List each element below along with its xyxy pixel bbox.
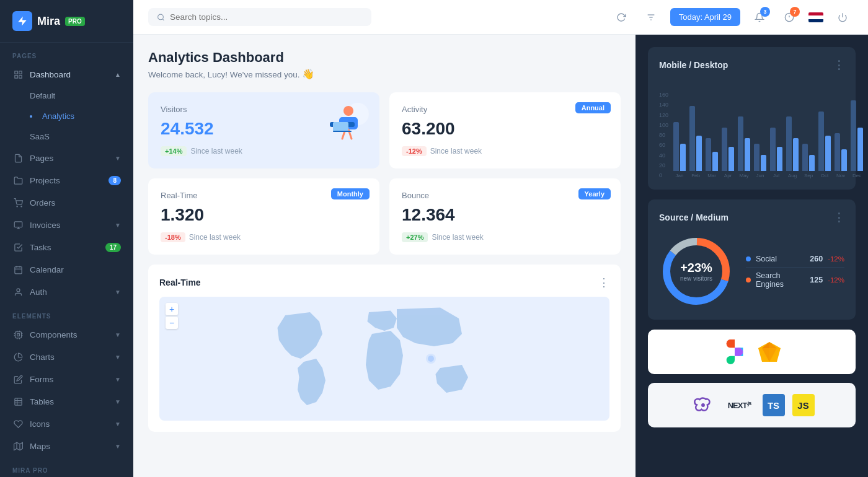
source-medium-more[interactable]: ⋮ [833,211,844,224]
figma-logo [721,338,748,365]
redux-logo [689,392,717,419]
power-button[interactable] [832,7,853,28]
sidebar-item-analytics[interactable]: Analytics [0,106,133,126]
dark-bar-dark-sep [809,155,815,171]
realtime-change: -18% Since last week [161,232,367,242]
search-dot [746,278,751,282]
calendar-icon [12,264,24,275]
map-card: Real-Time ⋮ + − [148,265,621,432]
sidebar-item-icons[interactable]: Icons ▼ [0,413,133,435]
typescript-logo: TS [763,394,785,416]
search-value: 125 [810,276,823,284]
section-label-mira-pro: MIRA PRO [0,457,133,477]
donut-center: +23% new visitors [680,261,712,282]
dark-bar-group-jul: Jul [770,128,782,178]
dark-bar-light-jan [673,122,679,171]
dark-bar-dark-oct [825,136,831,171]
dark-bar-dark-feb [696,136,702,171]
pro-badge: PRO [65,17,85,26]
svg-line-32 [162,19,164,20]
svg-point-31 [158,14,164,20]
sidebar-item-charts[interactable]: Charts ▼ [0,346,133,368]
icons-label: Icons [30,419,50,429]
sidebar-item-calendar[interactable]: Calendar [0,258,133,281]
source-row-search: Search Engines 125 -12% [746,268,844,292]
svg-rect-0 [14,71,17,73]
sidebar-item-forms[interactable]: Forms ▼ [0,368,133,390]
sidebar-item-orders[interactable]: Orders [0,191,133,214]
donut-container: +23% new visitors Social 260 [659,234,844,309]
donut-sub: new visitors [680,275,712,282]
chevron-down-icon: ▲ [115,71,121,78]
dark-bar-light-apr [722,128,727,171]
task-icon [12,242,24,253]
sidebar-item-tables[interactable]: Tables ▼ [0,390,133,413]
visitors-since: Since last week [190,147,242,155]
sidebar-item-maps[interactable]: Maps ▼ [0,435,133,457]
topbar: Today: April 29 3 7 [133,0,868,35]
chevron-down-icon: ▼ [115,354,121,361]
dark-bar-light-oct [818,112,824,171]
dark-bar-group-oct: Oct [818,112,831,178]
language-flag[interactable] [808,12,823,22]
dark-bar-dark-jan [680,144,686,171]
social-value: 260 [810,255,823,263]
svg-point-49 [426,354,436,364]
sidebar-item-dashboard[interactable]: Dashboard ▲ [0,63,133,85]
activity-change-badge: -12% [402,146,427,156]
source-medium-title: Source / Medium ⋮ [659,211,844,224]
auth-label: Auth [30,287,47,297]
sidebar-item-default[interactable]: Default [0,85,133,106]
source-social-label: Social [746,255,777,263]
mobile-desktop-title: Mobile / Desktop ⋮ [659,58,844,72]
search-bar[interactable] [148,8,371,26]
alerts-button[interactable]: 7 [779,7,800,28]
dark-bar-light-jul [770,128,776,171]
donut-percent: +23% [680,261,712,275]
bounce-value: 12.364 [402,205,608,225]
mobile-desktop-more[interactable]: ⋮ [833,58,844,72]
sidebar-item-auth[interactable]: Auth ▼ [0,281,133,303]
filter-button[interactable] [640,7,662,28]
sidebar-item-saas[interactable]: SaaS [0,126,133,147]
sketch-logo [756,338,783,365]
sidebar-item-invoices[interactable]: Invoices ▼ [0,214,133,236]
search-icon [157,13,165,22]
today-button[interactable]: Today: April 29 [670,8,740,26]
bounce-since: Since last week [432,233,483,242]
realtime-since: Since last week [189,233,241,242]
svg-point-13 [17,288,20,291]
sidebar-item-pages[interactable]: Pages ▼ [0,147,133,169]
forms-label: Forms [30,375,53,384]
dark-bar-dark-nov [841,149,847,171]
svg-rect-3 [19,75,21,77]
stat-card-visitors: Visitors [148,92,379,168]
edit-icon [12,374,24,385]
components-label: Components [30,330,78,339]
stat-card-bounce: Bounce Yearly 12.364 +27% Since last wee… [389,178,621,255]
table-icon [12,396,24,407]
sidebar-item-tasks[interactable]: Tasks 17 [0,236,133,258]
svg-point-4 [17,206,17,206]
notifications-button[interactable]: 3 [749,7,770,28]
content-left: Analytics Dashboard Welcome back, Lucy! … [133,35,636,477]
chevron-down-icon: ▼ [115,222,121,229]
map-more-button[interactable]: ⋮ [598,276,609,289]
cpu-icon [12,329,24,340]
dark-bar-light-may [738,116,743,171]
refresh-button[interactable] [611,7,632,28]
sidebar-item-projects[interactable]: Projects 8 [0,169,133,191]
sidebar-item-components[interactable]: Components ▼ [0,323,133,346]
invoices-label: Invoices [30,221,61,230]
search-input[interactable] [170,12,363,22]
page-title: Analytics Dashboard [148,50,621,66]
y-axis: 0 20 40 60 80 100 120 140 160 [659,92,668,178]
svg-point-58 [701,403,705,407]
tables-label: Tables [30,397,54,406]
pages-label: Pages [30,154,53,163]
dark-bar-dark-aug [793,138,799,171]
world-map-svg [159,297,609,421]
chevron-down-icon: ▼ [115,421,121,427]
activity-change: -12% Since last week [402,146,608,156]
heart-icon [12,418,24,429]
